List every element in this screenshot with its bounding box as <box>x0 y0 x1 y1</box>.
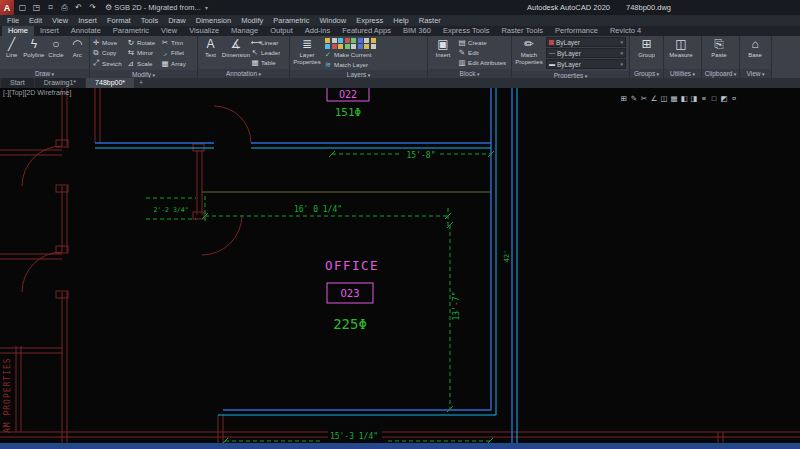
autocad-logo-icon[interactable]: A <box>0 0 14 15</box>
open-folder-icon[interactable]: ◳ <box>31 0 42 15</box>
ribbon-tab-view[interactable]: View <box>155 26 183 36</box>
menu-draw[interactable]: Draw <box>163 16 191 25</box>
panel-label-view[interactable]: View <box>740 69 771 78</box>
panel-label-layers[interactable]: Layers <box>290 70 427 78</box>
stretch-button[interactable]: ⤢Stretch <box>92 58 127 68</box>
new-file-icon[interactable]: ▢ <box>17 0 28 15</box>
make-current-button[interactable]: ✓Make Current <box>324 49 376 59</box>
raster-tool-icon[interactable]: ¤ <box>730 94 738 103</box>
menu-edit[interactable]: Edit <box>24 16 47 25</box>
menu-file[interactable]: File <box>2 16 24 25</box>
ribbon-tab-addins[interactable]: Add-ins <box>299 26 336 36</box>
panel-properties: ✏ Match Properties ByLayer —ByLayer ▬ByL… <box>512 36 630 78</box>
raster-tool-icon[interactable]: ◨ <box>690 94 698 103</box>
polyline-button[interactable]: ϟ Polyline <box>23 37 44 59</box>
ribbon-tab-bim360[interactable]: BIM 360 <box>397 26 437 36</box>
ribbon-tab-express-tools[interactable]: Express Tools <box>437 26 496 36</box>
fillet-button[interactable]: ◞Fillet <box>161 48 196 58</box>
ribbon-tab-performance[interactable]: Performance <box>549 26 604 36</box>
menu-tools[interactable]: Tools <box>136 16 164 25</box>
drawing-canvas[interactable]: 15'-8" 16' 0 1/4" 2'-2 3/4" 13'-7" 42' 1… <box>0 88 800 443</box>
match-properties-label: Match Properties <box>514 52 544 65</box>
trim-button[interactable]: ✂Trim <box>161 37 196 47</box>
menu-insert[interactable]: Insert <box>73 16 102 25</box>
raster-tool-icon[interactable]: ✎ <box>630 94 638 103</box>
panel-label-draw[interactable]: Draw <box>0 69 89 78</box>
menu-view[interactable]: View <box>47 16 73 25</box>
paste-button[interactable]: ⎘ Paste <box>704 37 734 59</box>
raster-tool-icon[interactable]: ◩ <box>720 94 728 103</box>
text-button[interactable]: A Text <box>200 37 221 59</box>
create-block-button[interactable]: ▤Create <box>458 37 506 47</box>
measure-button[interactable]: ◫ Measure <box>666 37 696 59</box>
panel-label-modify[interactable]: Modify <box>90 70 197 79</box>
lineweight-dropdown[interactable]: ▬ByLayer <box>546 59 626 69</box>
leader-button[interactable]: ↖Leader <box>251 47 280 57</box>
menu-help[interactable]: Help <box>388 16 413 25</box>
ribbon-tab-visualize[interactable]: Visualize <box>183 26 225 36</box>
scale-button[interactable]: ⊿Scale <box>127 58 161 68</box>
copy-button[interactable]: ⧉Copy <box>92 48 127 58</box>
ribbon-tab-insert[interactable]: Insert <box>34 26 65 36</box>
menu-raster[interactable]: Raster <box>414 16 446 25</box>
raster-tool-icon[interactable]: ◧ <box>680 94 688 103</box>
plot-icon[interactable]: ⎙ <box>59 0 70 15</box>
linear-button[interactable]: ⟷Linear <box>251 37 280 47</box>
match-properties-button[interactable]: ✏ Match Properties <box>514 37 544 65</box>
insert-block-button[interactable]: ▣ Insert <box>430 37 456 59</box>
undo-icon[interactable]: ↶ <box>73 0 84 15</box>
redo-icon[interactable]: ↷ <box>87 0 98 15</box>
match-layer-button[interactable]: ≋Match Layer <box>324 59 376 69</box>
array-button[interactable]: ▦Array <box>161 58 196 68</box>
rotate-button[interactable]: ↻Rotate <box>127 37 161 47</box>
table-button[interactable]: ▦Table <box>251 57 280 67</box>
ribbon-tab-output[interactable]: Output <box>264 26 299 36</box>
panel-label-groups[interactable]: Groups <box>630 69 663 78</box>
new-drawing-button[interactable]: + <box>135 78 147 88</box>
raster-tool-icon[interactable]: ✂ <box>640 94 648 103</box>
edit-attributes-button[interactable]: ▥Edit Attributes <box>458 57 506 67</box>
menu-parametric[interactable]: Parametric <box>268 16 314 25</box>
edit-block-button[interactable]: ✎Edit <box>458 47 506 57</box>
move-button[interactable]: ✛Move <box>92 37 127 47</box>
ribbon-tab-annotate[interactable]: Annotate <box>65 26 107 36</box>
ribbon-tab-home[interactable]: Home <box>2 26 34 36</box>
raster-tool-icon[interactable]: ≡ <box>700 94 708 103</box>
circle-button[interactable]: ○ Circle <box>46 37 65 59</box>
raster-tool-icon[interactable]: ◫ <box>660 94 668 103</box>
object-color-dropdown[interactable]: ByLayer <box>546 37 626 47</box>
tab-748bp00[interactable]: 748bp00* <box>86 78 134 88</box>
tab-drawing1[interactable]: Drawing1* <box>35 78 85 88</box>
raster-tool-icon[interactable]: ⊞ <box>620 94 628 103</box>
menu-modify[interactable]: Modify <box>236 16 268 25</box>
linetype-dropdown[interactable]: —ByLayer <box>546 48 626 58</box>
line-button[interactable]: ╱ Line <box>2 37 21 59</box>
mirror-button[interactable]: ⇆Mirror <box>127 48 161 58</box>
arc-button[interactable]: ◠ Arc <box>68 37 87 59</box>
ribbon-tab-manage[interactable]: Manage <box>225 26 264 36</box>
menu-express[interactable]: Express <box>351 16 388 25</box>
panel-label-annotation[interactable]: Annotation <box>198 69 289 78</box>
dimension-button[interactable]: ∡ Dimension <box>223 37 249 59</box>
panel-label-utilities[interactable]: Utilities <box>664 69 701 78</box>
layer-properties-button[interactable]: ≣ Layer Properties <box>292 37 322 65</box>
workspace-selector[interactable]: ⚙ SGB 2D - Migrated from... <box>105 3 208 12</box>
group-button[interactable]: ⊞ Group <box>632 37 661 59</box>
base-view-button[interactable]: ⌂ Base <box>742 37 768 59</box>
ribbon-tab-parametric[interactable]: Parametric <box>107 26 155 36</box>
menu-format[interactable]: Format <box>102 16 136 25</box>
tab-start[interactable]: Start <box>1 78 34 88</box>
viewport-controls[interactable]: [-][Top][2D Wireframe] <box>3 89 71 96</box>
panel-label-block[interactable]: Block <box>428 69 511 78</box>
raster-tool-icon[interactable]: ∠ <box>650 94 658 103</box>
menu-window[interactable]: Window <box>315 16 352 25</box>
ribbon-tab-featured-apps[interactable]: Featured Apps <box>336 26 397 36</box>
raster-tool-icon[interactable]: □ <box>710 94 718 103</box>
menu-dimension[interactable]: Dimension <box>191 16 236 25</box>
panel-label-properties[interactable]: Properties <box>512 71 629 78</box>
ribbon-tab-raster-tools[interactable]: Raster Tools <box>495 26 549 36</box>
panel-label-clipboard[interactable]: Clipboard <box>702 69 739 78</box>
save-icon[interactable]: ⌑ <box>45 0 56 15</box>
ribbon-tab-revicto[interactable]: Revicto 4 <box>604 26 647 36</box>
raster-tool-icon[interactable]: ▦ <box>670 94 678 103</box>
